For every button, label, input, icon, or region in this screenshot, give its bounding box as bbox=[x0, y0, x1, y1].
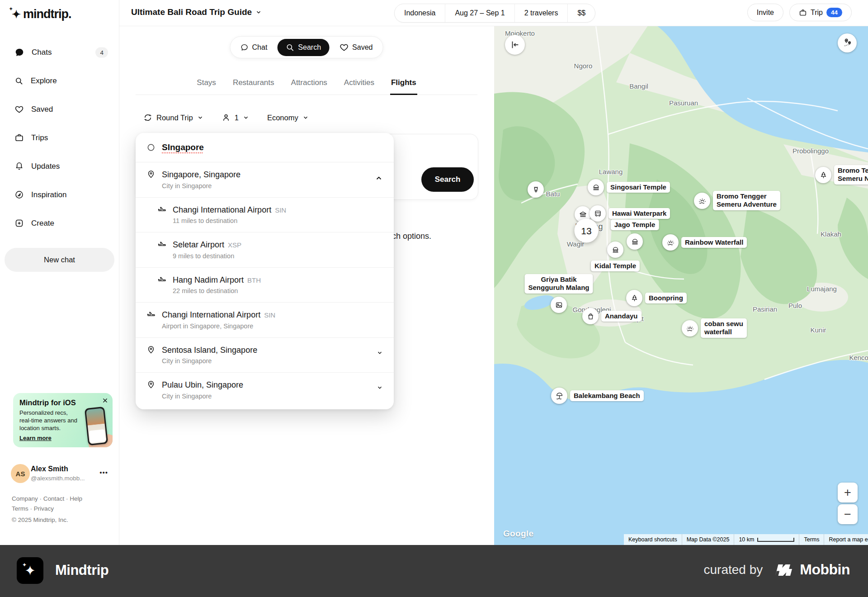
attribution-terms[interactable]: Terms bbox=[799, 534, 824, 545]
tab-attractions[interactable]: Attractions bbox=[290, 73, 328, 95]
suggestion-title: Sentosa Island, Singapore bbox=[162, 346, 257, 355]
bromo-national-park-marker[interactable] bbox=[815, 167, 831, 183]
tab-activities[interactable]: Activities bbox=[343, 73, 375, 95]
mode-chat[interactable]: Chat bbox=[232, 39, 276, 56]
mode-label: Chat bbox=[252, 43, 268, 52]
suggestion-seletar-airport[interactable]: Seletar AirportXSP9 miles to destination bbox=[136, 232, 394, 268]
sidebar-item-explore[interactable]: Explore bbox=[0, 66, 119, 95]
footer-link-contact[interactable]: Contact bbox=[43, 495, 65, 502]
mindtrip-app: ✦✦ mindtrip. Chats4ExploreSavedTripsUpda… bbox=[0, 0, 868, 597]
collapse-panel-button[interactable] bbox=[505, 35, 525, 55]
boonpring-marker[interactable] bbox=[626, 290, 642, 306]
anandayu-label[interactable]: Anandayu bbox=[601, 311, 642, 322]
chevron-down-icon[interactable] bbox=[377, 350, 383, 356]
suggestion-sentosa-island-singapore[interactable]: Sentosa Island, SingaporeCity in Singapo… bbox=[136, 338, 394, 373]
airport-code: SIN bbox=[275, 206, 286, 214]
bromo-adventure-label[interactable]: Bromo TenggerSemeru Adventure bbox=[713, 191, 780, 210]
rainbow-waterfall-marker[interactable] bbox=[662, 234, 679, 251]
mobbin-logo[interactable]: Mobbin bbox=[773, 561, 850, 578]
footer-link-company[interactable]: Company bbox=[12, 495, 38, 502]
rainbow-waterfall-label[interactable]: Rainbow Waterfall bbox=[681, 237, 747, 248]
trip-button[interactable]: Trip 44 bbox=[789, 4, 852, 21]
mindtrip-logo[interactable]: ✦✦ mindtrip. bbox=[12, 7, 71, 21]
bromo-adventure-marker[interactable] bbox=[694, 193, 710, 209]
map-town-lawang: Lawang bbox=[599, 168, 623, 175]
kidal-temple-label[interactable]: Kidal Temple bbox=[591, 261, 640, 271]
map-attribution: Keyboard shortcutsMap Data ©202510 kmTer… bbox=[624, 534, 868, 545]
tree-icon bbox=[819, 171, 828, 180]
origin-input[interactable]: SIngapore bbox=[136, 133, 394, 162]
itinerary-route-button[interactable] bbox=[838, 33, 857, 52]
trip-summary-2-travelers[interactable]: 2 travelers bbox=[515, 4, 568, 22]
sidebar-item-updates[interactable]: Updates bbox=[0, 152, 119, 180]
chevron-down-icon bbox=[255, 9, 262, 15]
sidebar-item-inspiration[interactable]: Inspiration bbox=[0, 180, 119, 209]
trip-summary-pill[interactable]: IndonesiaAug 27 – Sep 12 travelers$$ bbox=[394, 4, 595, 23]
anandayu-marker[interactable] bbox=[582, 308, 599, 324]
suggestion-changi-international-airport[interactable]: Changi International AirportSINAirport i… bbox=[136, 303, 394, 338]
sidebar-item-trips[interactable]: Trips bbox=[0, 123, 119, 152]
coban-sewu-label[interactable]: coban sewuwaterfall bbox=[701, 318, 747, 338]
sidebar-item-chats[interactable]: Chats4 bbox=[0, 38, 119, 66]
link-separator: · bbox=[38, 495, 43, 502]
griya-batik-label[interactable]: Griya BatikSengguruh Malang bbox=[525, 274, 593, 294]
tab-flights[interactable]: Flights bbox=[390, 73, 417, 95]
map-town-bangil: Bangil bbox=[629, 82, 648, 90]
heart-icon bbox=[14, 104, 24, 114]
promo-learn-more-link[interactable]: Learn more bbox=[19, 435, 52, 441]
footer-link-terms[interactable]: Terms bbox=[12, 505, 28, 512]
coban-sewu-marker[interactable] bbox=[682, 320, 698, 336]
header-actions: Invite Trip 44 bbox=[747, 4, 852, 21]
sidebar-item-create[interactable]: Create bbox=[0, 209, 119, 237]
chevron-up-icon[interactable] bbox=[375, 174, 383, 182]
option-economy[interactable]: Economy bbox=[267, 113, 309, 122]
trip-summary-aug-27-sep-1[interactable]: Aug 27 – Sep 1 bbox=[445, 4, 514, 22]
map-cluster-marker[interactable]: 13 bbox=[575, 219, 599, 243]
suggestion-changi-international-airport[interactable]: Changi International AirportSIN11 miles … bbox=[136, 198, 394, 233]
jago-temple-marker[interactable] bbox=[627, 233, 643, 250]
attribution-report-a-map-error[interactable]: Report a map error bbox=[824, 534, 868, 545]
balekambang-beach-marker[interactable] bbox=[551, 388, 567, 404]
search-button[interactable]: Search bbox=[421, 167, 474, 192]
close-icon[interactable] bbox=[102, 397, 108, 405]
sidebar-footer-links: Company · Contact · HelpTerms · Privacy bbox=[12, 494, 109, 514]
suggestion-hang-nadim-airport[interactable]: Hang Nadim AirportBTH22 miles to destina… bbox=[136, 268, 394, 303]
suggestion-singapore-singapore[interactable]: Singapore, SingaporeCity in Singapore bbox=[136, 162, 394, 198]
griya-batik-marker[interactable] bbox=[551, 297, 567, 313]
trip-summary-[interactable]: $$ bbox=[568, 4, 595, 22]
option-round-trip[interactable]: Round Trip bbox=[143, 113, 203, 122]
new-chat-button[interactable]: New chat bbox=[5, 248, 114, 272]
footer-link-help[interactable]: Help bbox=[70, 495, 82, 502]
singosari-temple-label[interactable]: Singosari Temple bbox=[607, 182, 670, 193]
chevron-down-icon[interactable] bbox=[377, 384, 383, 391]
option-1[interactable]: 1 bbox=[222, 113, 249, 122]
zoom-out-button[interactable]: − bbox=[838, 504, 858, 524]
avatar[interactable]: AS bbox=[11, 464, 30, 483]
footer-link-privacy[interactable]: Privacy bbox=[34, 505, 54, 512]
jago-temple-label[interactable]: Jago Temple bbox=[611, 219, 659, 230]
invite-button[interactable]: Invite bbox=[747, 4, 783, 21]
trip-title-dropdown[interactable]: Ultimate Bali Road Trip Guide bbox=[131, 7, 262, 17]
hawai-waterpark-label[interactable]: Hawai Waterpark bbox=[609, 208, 670, 219]
sidebar-nav: Chats4ExploreSavedTripsUpdatesInspiratio… bbox=[0, 38, 119, 237]
map[interactable]: MojokertoNgoroBangilPasuruanProbolinggoL… bbox=[494, 26, 868, 545]
suggestion-pulau-ubin-singapore[interactable]: Pulau Ubin, SingaporeCity in Singapore bbox=[136, 373, 394, 407]
zoom-in-button[interactable]: + bbox=[838, 483, 858, 502]
footer-brand: Mindtrip bbox=[55, 562, 108, 578]
singosari-temple-marker[interactable] bbox=[588, 179, 604, 195]
mode-search[interactable]: Search bbox=[277, 39, 329, 56]
balekambang-beach-label[interactable]: Balekambang Beach bbox=[570, 390, 644, 401]
map-town-mojokerto: Mojokerto bbox=[505, 29, 535, 37]
tab-stays[interactable]: Stays bbox=[196, 73, 217, 95]
attribution-keyboard-shortcuts[interactable]: Keyboard shortcuts bbox=[624, 534, 682, 545]
trip-summary-indonesia[interactable]: Indonesia bbox=[395, 4, 445, 22]
user-menu-icon[interactable]: ••• bbox=[99, 469, 108, 476]
bromo-national-park-label[interactable]: Bromo TenSemeru Na bbox=[834, 165, 868, 185]
mode-saved[interactable]: Saved bbox=[331, 38, 381, 56]
coban-rondo-marker[interactable] bbox=[528, 181, 544, 198]
sidebar-item-saved[interactable]: Saved bbox=[0, 95, 119, 123]
tab-restaurants[interactable]: Restaurants bbox=[232, 73, 275, 95]
boonpring-label[interactable]: Boonpring bbox=[645, 293, 687, 303]
kidal-temple-marker[interactable] bbox=[607, 242, 623, 258]
hawai-waterpark-marker[interactable] bbox=[590, 205, 606, 222]
